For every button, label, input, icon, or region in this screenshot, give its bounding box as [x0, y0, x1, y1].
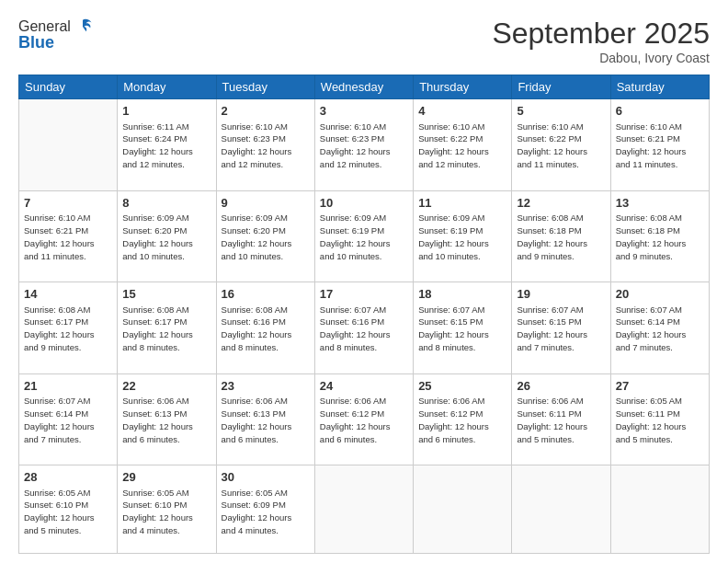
- day-info: Sunrise: 6:10 AM Sunset: 6:22 PM Dayligh…: [517, 121, 587, 169]
- day-cell: 25Sunrise: 6:06 AM Sunset: 6:12 PM Dayli…: [414, 373, 512, 465]
- day-number: 20: [616, 286, 704, 303]
- day-cell: 29Sunrise: 6:05 AM Sunset: 6:10 PM Dayli…: [118, 465, 216, 554]
- day-info: Sunrise: 6:06 AM Sunset: 6:13 PM Dayligh…: [222, 396, 292, 443]
- day-info: Sunrise: 6:10 AM Sunset: 6:21 PM Dayligh…: [24, 213, 95, 260]
- day-info: Sunrise: 6:11 AM Sunset: 6:24 PM Dayligh…: [122, 121, 193, 169]
- day-cell: [414, 465, 512, 554]
- day-cell: 5Sunrise: 6:10 AM Sunset: 6:22 PM Daylig…: [512, 99, 610, 191]
- day-number: 11: [418, 195, 506, 212]
- day-number: 14: [24, 286, 112, 303]
- day-cell: 3Sunrise: 6:10 AM Sunset: 6:23 PM Daylig…: [314, 99, 413, 191]
- day-cell: 11Sunrise: 6:09 AM Sunset: 6:19 PM Dayli…: [414, 190, 512, 282]
- day-cell: 28Sunrise: 6:05 AM Sunset: 6:10 PM Dayli…: [19, 465, 118, 554]
- col-monday: Monday: [118, 75, 216, 99]
- day-number: 13: [616, 195, 704, 212]
- day-info: Sunrise: 6:08 AM Sunset: 6:17 PM Dayligh…: [122, 304, 193, 352]
- day-number: 4: [418, 103, 506, 120]
- location-subtitle: Dabou, Ivory Coast: [492, 51, 710, 65]
- day-number: 30: [222, 469, 310, 486]
- day-info: Sunrise: 6:09 AM Sunset: 6:19 PM Dayligh…: [418, 213, 489, 260]
- day-number: 7: [24, 195, 112, 212]
- day-cell: 12Sunrise: 6:08 AM Sunset: 6:18 PM Dayli…: [512, 190, 610, 282]
- day-cell: 8Sunrise: 6:09 AM Sunset: 6:20 PM Daylig…: [118, 190, 216, 282]
- day-number: 27: [616, 378, 704, 395]
- day-number: 16: [222, 286, 310, 303]
- day-info: Sunrise: 6:10 AM Sunset: 6:22 PM Dayligh…: [418, 121, 489, 169]
- header: General Blue September 2025 Dabou, Ivory…: [18, 17, 710, 65]
- day-info: Sunrise: 6:05 AM Sunset: 6:10 PM Dayligh…: [122, 488, 193, 535]
- day-number: 26: [517, 378, 605, 395]
- day-cell: 19Sunrise: 6:07 AM Sunset: 6:15 PM Dayli…: [512, 282, 610, 374]
- day-number: 5: [517, 103, 605, 120]
- col-friday: Friday: [512, 75, 610, 99]
- day-info: Sunrise: 6:08 AM Sunset: 6:17 PM Dayligh…: [24, 304, 95, 352]
- day-cell: 6Sunrise: 6:10 AM Sunset: 6:21 PM Daylig…: [610, 99, 709, 191]
- day-number: 9: [222, 195, 310, 212]
- day-cell: 15Sunrise: 6:08 AM Sunset: 6:17 PM Dayli…: [118, 282, 216, 374]
- day-info: Sunrise: 6:05 AM Sunset: 6:10 PM Dayligh…: [24, 488, 95, 535]
- day-cell: [610, 465, 709, 554]
- logo: General Blue: [18, 17, 93, 52]
- day-info: Sunrise: 6:07 AM Sunset: 6:15 PM Dayligh…: [418, 304, 489, 352]
- day-cell: [512, 465, 610, 554]
- page: General Blue September 2025 Dabou, Ivory…: [0, 0, 728, 563]
- calendar-table: Sunday Monday Tuesday Wednesday Thursday…: [18, 75, 710, 554]
- col-saturday: Saturday: [610, 75, 709, 99]
- col-thursday: Thursday: [414, 75, 512, 99]
- day-info: Sunrise: 6:07 AM Sunset: 6:14 PM Dayligh…: [24, 396, 95, 443]
- day-cell: 13Sunrise: 6:08 AM Sunset: 6:18 PM Dayli…: [610, 190, 709, 282]
- col-wednesday: Wednesday: [314, 75, 413, 99]
- day-number: 15: [122, 286, 210, 303]
- day-cell: 26Sunrise: 6:06 AM Sunset: 6:11 PM Dayli…: [512, 373, 610, 465]
- day-number: 6: [616, 103, 704, 120]
- day-number: 8: [122, 195, 210, 212]
- logo-bird-icon: [73, 17, 93, 37]
- day-cell: 21Sunrise: 6:07 AM Sunset: 6:14 PM Dayli…: [19, 373, 118, 465]
- day-cell: 14Sunrise: 6:08 AM Sunset: 6:17 PM Dayli…: [19, 282, 118, 374]
- day-cell: 10Sunrise: 6:09 AM Sunset: 6:19 PM Dayli…: [314, 190, 413, 282]
- day-info: Sunrise: 6:09 AM Sunset: 6:20 PM Dayligh…: [222, 213, 292, 260]
- day-cell: 4Sunrise: 6:10 AM Sunset: 6:22 PM Daylig…: [414, 99, 512, 191]
- week-row-1: 1Sunrise: 6:11 AM Sunset: 6:24 PM Daylig…: [19, 99, 710, 191]
- day-info: Sunrise: 6:06 AM Sunset: 6:12 PM Dayligh…: [320, 396, 391, 443]
- day-number: 29: [122, 469, 210, 486]
- day-info: Sunrise: 6:10 AM Sunset: 6:23 PM Dayligh…: [222, 121, 292, 169]
- day-cell: 16Sunrise: 6:08 AM Sunset: 6:16 PM Dayli…: [216, 282, 314, 374]
- day-number: 18: [418, 286, 506, 303]
- day-number: 1: [122, 103, 210, 120]
- day-cell: 23Sunrise: 6:06 AM Sunset: 6:13 PM Dayli…: [216, 373, 314, 465]
- week-row-3: 14Sunrise: 6:08 AM Sunset: 6:17 PM Dayli…: [19, 282, 710, 374]
- week-row-5: 28Sunrise: 6:05 AM Sunset: 6:10 PM Dayli…: [19, 465, 710, 554]
- day-cell: [314, 465, 413, 554]
- day-cell: 18Sunrise: 6:07 AM Sunset: 6:15 PM Dayli…: [414, 282, 512, 374]
- col-sunday: Sunday: [19, 75, 118, 99]
- day-cell: 17Sunrise: 6:07 AM Sunset: 6:16 PM Dayli…: [314, 282, 413, 374]
- day-number: 28: [24, 469, 112, 486]
- week-row-2: 7Sunrise: 6:10 AM Sunset: 6:21 PM Daylig…: [19, 190, 710, 282]
- day-info: Sunrise: 6:05 AM Sunset: 6:11 PM Dayligh…: [616, 396, 687, 443]
- month-year-title: September 2025: [492, 17, 710, 51]
- day-number: 2: [222, 103, 310, 120]
- week-row-4: 21Sunrise: 6:07 AM Sunset: 6:14 PM Dayli…: [19, 373, 710, 465]
- day-cell: 1Sunrise: 6:11 AM Sunset: 6:24 PM Daylig…: [118, 99, 216, 191]
- day-number: 24: [320, 378, 408, 395]
- day-cell: 27Sunrise: 6:05 AM Sunset: 6:11 PM Dayli…: [610, 373, 709, 465]
- day-number: 10: [320, 195, 408, 212]
- day-cell: 24Sunrise: 6:06 AM Sunset: 6:12 PM Dayli…: [314, 373, 413, 465]
- day-info: Sunrise: 6:10 AM Sunset: 6:23 PM Dayligh…: [320, 121, 391, 169]
- day-number: 23: [222, 378, 310, 395]
- day-info: Sunrise: 6:06 AM Sunset: 6:13 PM Dayligh…: [122, 396, 193, 443]
- day-cell: 22Sunrise: 6:06 AM Sunset: 6:13 PM Dayli…: [118, 373, 216, 465]
- title-section: September 2025 Dabou, Ivory Coast: [492, 17, 710, 65]
- day-cell: 9Sunrise: 6:09 AM Sunset: 6:20 PM Daylig…: [216, 190, 314, 282]
- col-tuesday: Tuesday: [216, 75, 314, 99]
- day-number: 19: [517, 286, 605, 303]
- day-cell: 20Sunrise: 6:07 AM Sunset: 6:14 PM Dayli…: [610, 282, 709, 374]
- day-info: Sunrise: 6:09 AM Sunset: 6:20 PM Dayligh…: [122, 213, 193, 260]
- day-number: 25: [418, 378, 506, 395]
- day-info: Sunrise: 6:10 AM Sunset: 6:21 PM Dayligh…: [616, 121, 687, 169]
- day-cell: [19, 99, 118, 191]
- day-info: Sunrise: 6:08 AM Sunset: 6:18 PM Dayligh…: [517, 213, 587, 260]
- day-info: Sunrise: 6:07 AM Sunset: 6:14 PM Dayligh…: [616, 304, 687, 352]
- day-info: Sunrise: 6:08 AM Sunset: 6:16 PM Dayligh…: [222, 304, 292, 352]
